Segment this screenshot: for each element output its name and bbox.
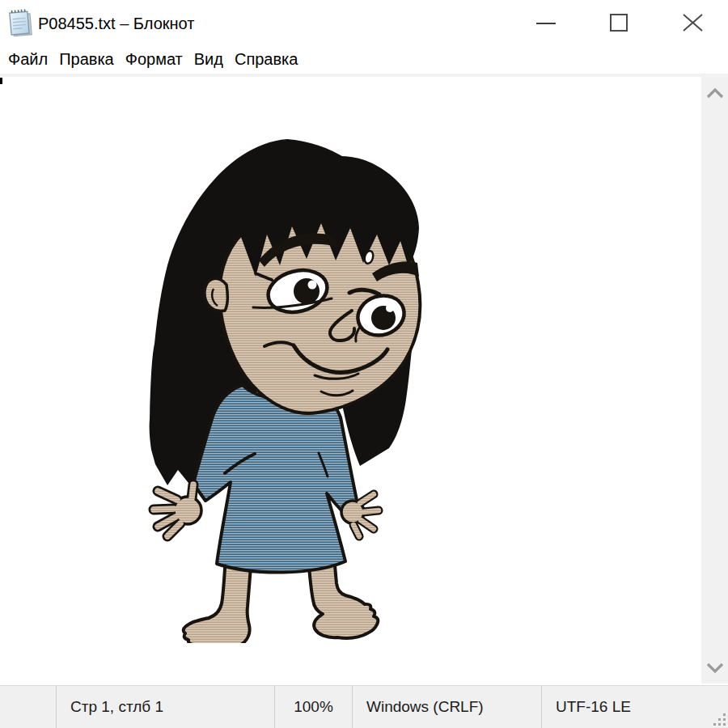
menu-file[interactable]: Файл [2, 47, 53, 74]
menu-help[interactable]: Справка [229, 47, 303, 74]
menu-view[interactable]: Вид [188, 47, 229, 74]
menubar: Файл Правка Формат Вид Справка [0, 47, 728, 74]
encoding: UTF-16 LE [541, 686, 728, 728]
chevron-down-icon [706, 662, 724, 674]
chevron-up-icon [706, 87, 724, 99]
maximize-icon [609, 13, 629, 32]
window-title: P08455.txt – Блокнот [38, 0, 194, 47]
notepad-window: P08455.txt – Блокнот Файл Правка Формат … [0, 0, 728, 728]
minimize-button[interactable] [521, 0, 571, 44]
text-caret [0, 78, 2, 84]
menu-edit[interactable]: Правка [53, 47, 120, 74]
scroll-up-button[interactable] [701, 79, 728, 106]
minimize-icon [535, 12, 557, 33]
girl-dress [193, 385, 358, 573]
line-ending: Windows (CRLF) [352, 686, 541, 728]
titlebar[interactable]: P08455.txt – Блокнот [0, 0, 728, 47]
statusbar: Стр 1, стлб 1 100% Windows (CRLF) UTF-16… [0, 685, 728, 728]
maximize-button[interactable] [594, 0, 644, 44]
girl-ear [205, 278, 227, 311]
vertical-scrollbar[interactable] [701, 77, 728, 684]
document-image [148, 138, 427, 643]
girl-left-hand [154, 485, 201, 536]
statusbar-spacer [0, 686, 56, 728]
menu-format[interactable]: Формат [120, 47, 188, 74]
scroll-down-button[interactable] [701, 654, 728, 681]
notepad-icon [6, 8, 34, 39]
close-icon [683, 13, 703, 32]
close-button[interactable] [667, 0, 717, 44]
editor-area[interactable] [0, 77, 701, 684]
resize-grip[interactable] [712, 712, 726, 726]
cursor-position: Стр 1, стлб 1 [56, 686, 274, 728]
zoom-level: 100% [274, 686, 352, 728]
